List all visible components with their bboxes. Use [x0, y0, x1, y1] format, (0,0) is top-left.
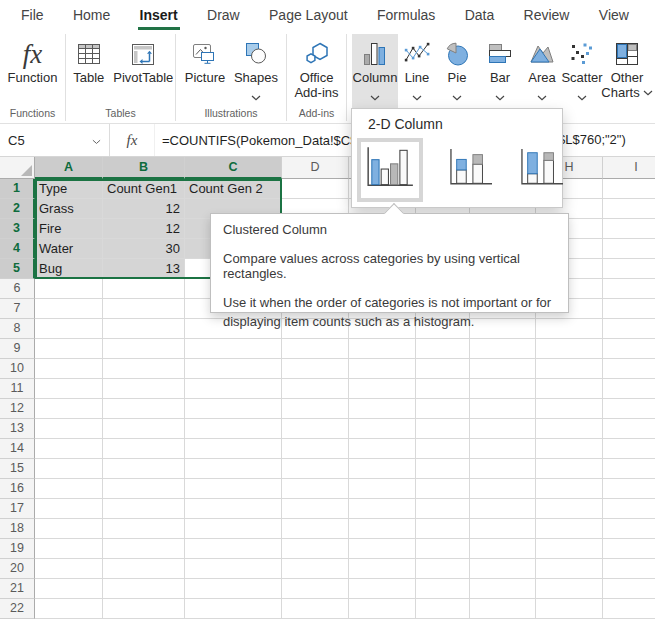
- cell-E9[interactable]: [349, 339, 416, 359]
- row-header-17[interactable]: 17: [0, 499, 35, 519]
- cell-E19[interactable]: [349, 539, 416, 559]
- cell-B5[interactable]: 13: [103, 259, 185, 279]
- formula-input[interactable]: =COUNTIFS(Pokemon_Data!$C$: [155, 133, 357, 148]
- cell-A7[interactable]: [35, 299, 103, 319]
- cell-C22[interactable]: [185, 599, 282, 619]
- cell-F12[interactable]: [416, 399, 470, 419]
- cell-E21[interactable]: [349, 579, 416, 599]
- column-header-A[interactable]: A: [35, 157, 103, 179]
- select-all-button[interactable]: [0, 157, 35, 179]
- cell-I19[interactable]: [603, 539, 655, 559]
- cell-G14[interactable]: [470, 439, 536, 459]
- cell-B12[interactable]: [103, 399, 185, 419]
- function-button[interactable]: fx Function: [3, 34, 63, 108]
- cell-F18[interactable]: [416, 519, 470, 539]
- cell-B11[interactable]: [103, 379, 185, 399]
- tab-formulas[interactable]: Formulas: [375, 7, 437, 30]
- cell-C10[interactable]: [185, 359, 282, 379]
- cell-F16[interactable]: [416, 479, 470, 499]
- cell-A11[interactable]: [35, 379, 103, 399]
- cell-E17[interactable]: [349, 499, 416, 519]
- cell-I15[interactable]: [603, 459, 655, 479]
- cell-H22[interactable]: [536, 599, 603, 619]
- cell-E18[interactable]: [349, 519, 416, 539]
- cell-B17[interactable]: [103, 499, 185, 519]
- cell-I2[interactable]: [603, 199, 655, 219]
- cell-D18[interactable]: [282, 519, 349, 539]
- cell-G17[interactable]: [470, 499, 536, 519]
- cell-B7[interactable]: [103, 299, 185, 319]
- cell-C15[interactable]: [185, 459, 282, 479]
- cell-G16[interactable]: [470, 479, 536, 499]
- cell-D11[interactable]: [282, 379, 349, 399]
- cell-H10[interactable]: [536, 359, 603, 379]
- cell-B4[interactable]: 30: [103, 239, 185, 259]
- cell-D22[interactable]: [282, 599, 349, 619]
- cell-B6[interactable]: [103, 279, 185, 299]
- cell-A14[interactable]: [35, 439, 103, 459]
- cell-A1[interactable]: Type: [35, 179, 103, 199]
- column-chart-button[interactable]: Column: [352, 34, 398, 108]
- cell-A9[interactable]: [35, 339, 103, 359]
- row-header-18[interactable]: 18: [0, 519, 35, 539]
- cell-D16[interactable]: [282, 479, 349, 499]
- tab-insert[interactable]: Insert: [138, 7, 180, 30]
- cell-B3[interactable]: 12: [103, 219, 185, 239]
- cell-I20[interactable]: [603, 559, 655, 579]
- cell-D17[interactable]: [282, 499, 349, 519]
- cell-A8[interactable]: [35, 319, 103, 339]
- cell-E16[interactable]: [349, 479, 416, 499]
- cell-E20[interactable]: [349, 559, 416, 579]
- row-header-19[interactable]: 19: [0, 539, 35, 559]
- cell-H21[interactable]: [536, 579, 603, 599]
- cell-C16[interactable]: [185, 479, 282, 499]
- cell-D20[interactable]: [282, 559, 349, 579]
- cell-A4[interactable]: Water: [35, 239, 103, 259]
- cell-F13[interactable]: [416, 419, 470, 439]
- cell-B14[interactable]: [103, 439, 185, 459]
- cell-D1[interactable]: [282, 179, 349, 199]
- cell-I3[interactable]: [603, 219, 655, 239]
- line-chart-button[interactable]: Line: [398, 34, 436, 108]
- column-header-C[interactable]: C: [185, 157, 282, 179]
- picture-button[interactable]: Picture: [180, 34, 230, 108]
- cell-F21[interactable]: [416, 579, 470, 599]
- cell-C19[interactable]: [185, 539, 282, 559]
- other-charts-button[interactable]: Other Charts: [602, 34, 652, 108]
- tab-draw[interactable]: Draw: [205, 7, 242, 30]
- column-header-I[interactable]: I: [603, 157, 655, 179]
- cell-H11[interactable]: [536, 379, 603, 399]
- cell-B20[interactable]: [103, 559, 185, 579]
- cell-G22[interactable]: [470, 599, 536, 619]
- cell-B8[interactable]: [103, 319, 185, 339]
- tab-page-layout[interactable]: Page Layout: [267, 7, 350, 30]
- row-header-14[interactable]: 14: [0, 439, 35, 459]
- cell-I6[interactable]: [603, 279, 655, 299]
- pivottable-button[interactable]: PivotTable: [112, 34, 175, 108]
- row-header-9[interactable]: 9: [0, 339, 35, 359]
- cell-A5[interactable]: Bug: [35, 259, 103, 279]
- cell-F20[interactable]: [416, 559, 470, 579]
- cell-I5[interactable]: [603, 259, 655, 279]
- cell-F19[interactable]: [416, 539, 470, 559]
- tab-home[interactable]: Home: [71, 7, 112, 30]
- cell-B22[interactable]: [103, 599, 185, 619]
- cell-H17[interactable]: [536, 499, 603, 519]
- cell-G10[interactable]: [470, 359, 536, 379]
- cell-G15[interactable]: [470, 459, 536, 479]
- cell-A13[interactable]: [35, 419, 103, 439]
- cell-B15[interactable]: [103, 459, 185, 479]
- pie-chart-button[interactable]: Pie: [436, 34, 478, 108]
- row-header-11[interactable]: 11: [0, 379, 35, 399]
- cell-B18[interactable]: [103, 519, 185, 539]
- cell-I11[interactable]: [603, 379, 655, 399]
- chart-option-stacked-column[interactable]: [440, 140, 502, 200]
- cell-G21[interactable]: [470, 579, 536, 599]
- cell-B16[interactable]: [103, 479, 185, 499]
- cell-F9[interactable]: [416, 339, 470, 359]
- row-header-3[interactable]: 3: [0, 219, 35, 239]
- cell-A10[interactable]: [35, 359, 103, 379]
- cell-H13[interactable]: [536, 419, 603, 439]
- cell-F15[interactable]: [416, 459, 470, 479]
- cell-I22[interactable]: [603, 599, 655, 619]
